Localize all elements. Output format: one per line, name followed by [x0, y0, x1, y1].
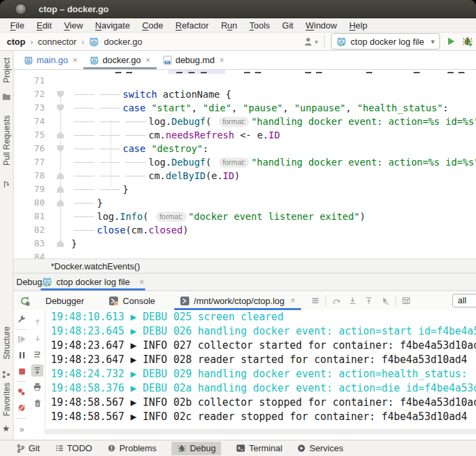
rerun-icon[interactable]: [16, 293, 33, 308]
chevron-down-icon: ▾: [431, 37, 435, 46]
arrow-icon: ▶: [130, 411, 136, 423]
more-actions-icon[interactable]: »: [19, 424, 24, 434]
menu-bar: File Edit View Navigate Code Refactor Ru…: [0, 18, 476, 33]
print-icon[interactable]: [31, 381, 43, 393]
fold-marker-icon[interactable]: [57, 200, 64, 206]
tab-debug-md[interactable]: MD debug.md ×: [157, 51, 231, 69]
arrow-icon: ▶: [130, 339, 136, 352]
debug-bug-icon: [177, 444, 186, 453]
log-line: 19:48:23.647 ▶ INFO 027 collector starte…: [45, 339, 476, 353]
close-icon[interactable]: ×: [73, 56, 77, 65]
log-filter-select[interactable]: all: [452, 294, 476, 307]
run-config-value: ctop docker log file: [351, 37, 424, 47]
go-file-icon: [24, 56, 33, 65]
tab-debugger[interactable]: Debugger: [38, 291, 92, 310]
fold-marker-icon[interactable]: [57, 145, 64, 152]
run-button[interactable]: [446, 37, 456, 46]
code-line: 79}: [14, 183, 476, 196]
menu-code[interactable]: Code: [136, 20, 170, 31]
fold-marker-icon[interactable]: [57, 104, 64, 111]
code-line: 84: [14, 250, 476, 259]
statusbar-services[interactable]: Services: [297, 442, 343, 455]
user-icon: [303, 37, 313, 47]
breadcrumb-file[interactable]: docker.go: [104, 37, 142, 47]
menu-view[interactable]: View: [58, 20, 89, 31]
tab-docker-go[interactable]: docker.go ×: [83, 51, 156, 69]
scroll-to-end-icon[interactable]: [31, 364, 43, 377]
horizontal-scrollbar[interactable]: [45, 429, 476, 434]
arrow-icon: ▶: [130, 368, 136, 380]
code-line: 80}: [14, 196, 476, 210]
breadcrumb-package[interactable]: connector: [38, 37, 77, 47]
editor-tab-bar: main.go × docker.go × MD debug.md ×: [14, 51, 476, 70]
resume-icon[interactable]: [16, 333, 28, 345]
tab-label: debug.md: [176, 55, 215, 65]
statusbar-problems[interactable]: Problems: [107, 442, 157, 455]
window-title: ctop – docker.go: [39, 0, 108, 18]
log-line: 19:48:10.613 ▶ DEBU 025 screen cleared: [45, 310, 476, 324]
todo-list-icon: [55, 444, 64, 453]
menu-tools[interactable]: Tools: [243, 20, 276, 31]
close-icon[interactable]: ×: [139, 278, 144, 287]
debug-button[interactable]: [462, 36, 473, 47]
stop-icon[interactable]: [16, 366, 28, 378]
code-line: 82close(cm.closed): [14, 223, 476, 237]
menu-run[interactable]: Run: [215, 20, 243, 31]
fold-marker-icon[interactable]: [57, 240, 64, 247]
settings-wrench-icon[interactable]: [16, 313, 28, 325]
fold-marker-icon[interactable]: [57, 186, 64, 193]
menu-edit[interactable]: Edit: [31, 20, 58, 31]
menu-help[interactable]: Help: [343, 20, 374, 31]
soft-wrap-icon[interactable]: [31, 348, 43, 360]
statusbar-todo[interactable]: TODO: [55, 442, 92, 455]
window-control-icon[interactable]: [15, 3, 26, 15]
close-icon[interactable]: ×: [219, 56, 224, 65]
code-lines: 71 72switch actionName { 73case "start",…: [14, 74, 476, 259]
breadcrumb: ctop › connector › docker.go: [7, 33, 142, 50]
fold-marker-icon[interactable]: [57, 172, 64, 179]
tab-main-go[interactable]: main.go ×: [18, 51, 83, 69]
sidebar-item-favorites[interactable]: Favorites: [2, 383, 12, 416]
user-account-button[interactable]: ▾: [303, 37, 318, 47]
debug-panel-body: » 19:48:10.613 ▶ DEBU 025 screen cleared…: [14, 310, 476, 434]
tab-log-file[interactable]: /mnt/work/ctop/ctop.log ×: [172, 291, 303, 310]
menu-git[interactable]: Git: [276, 20, 300, 31]
sidebar-item-structure[interactable]: Structure: [2, 326, 12, 360]
tab-console[interactable]: Console: [101, 291, 163, 310]
log-output[interactable]: 19:48:10.613 ▶ DEBU 025 screen cleared 1…: [45, 310, 476, 429]
statusbar-debug[interactable]: Debug: [172, 442, 221, 455]
statusbar-git[interactable]: Git: [16, 442, 40, 455]
move-up-icon[interactable]: [361, 293, 377, 308]
menu-refactor[interactable]: Refactor: [170, 20, 215, 31]
sidebar-item-project[interactable]: Project: [2, 58, 12, 83]
view-breakpoints-icon[interactable]: [16, 386, 28, 398]
run-config-select[interactable]: ctop docker log file ▾: [331, 33, 440, 50]
down-stack-icon[interactable]: [31, 332, 43, 344]
breadcrumb-project[interactable]: ctop: [7, 37, 25, 47]
code-line: 81log.Info( format:"docker event listene…: [14, 210, 476, 223]
ide-window: ctop – docker.go File Edit View Navigate…: [0, 0, 476, 456]
menu-file[interactable]: File: [4, 20, 31, 31]
options-menu-icon[interactable]: [307, 293, 323, 308]
code-line: 72switch actionName {: [14, 88, 476, 101]
folder-icon: [2, 92, 11, 100]
close-icon[interactable]: ×: [290, 296, 295, 305]
menu-navigate[interactable]: Navigate: [89, 20, 136, 31]
close-icon[interactable]: ×: [146, 56, 151, 65]
jump-over-icon[interactable]: [328, 293, 344, 308]
fold-marker-icon[interactable]: [57, 132, 64, 138]
code-editor[interactable]: 71 72switch actionName { 73case "start",…: [14, 70, 476, 259]
clear-log-icon[interactable]: [31, 397, 43, 409]
menu-window[interactable]: Window: [300, 20, 343, 31]
problems-icon: [107, 444, 116, 453]
statusbar-terminal[interactable]: Terminal: [236, 442, 282, 455]
fold-marker-icon[interactable]: [57, 91, 64, 98]
up-stack-icon[interactable]: [31, 316, 43, 328]
mute-breakpoints-icon[interactable]: [16, 402, 28, 415]
navigation-bar: ctop › connector › docker.go ▾ ctop dock…: [0, 33, 476, 51]
restore-layout-icon[interactable]: [398, 293, 414, 308]
select-cursor-icon[interactable]: [377, 293, 393, 308]
move-down-icon[interactable]: [344, 293, 361, 308]
sidebar-item-pull-requests[interactable]: Pull Requests: [2, 115, 12, 166]
pause-icon[interactable]: [16, 349, 28, 362]
